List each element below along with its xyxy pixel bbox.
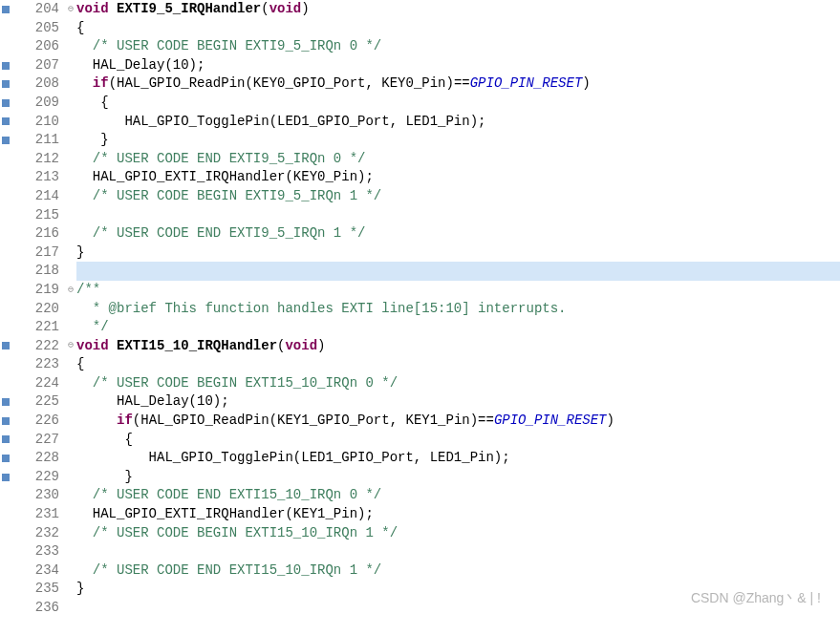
- change-marker: [0, 168, 17, 187]
- fold-toggle: [65, 524, 76, 543]
- line-number: 230: [17, 486, 59, 505]
- code-line[interactable]: * @brief This function handles EXTI line…: [76, 300, 840, 319]
- line-number: 207: [17, 56, 59, 75]
- marker-column: [0, 0, 17, 618]
- fold-toggle[interactable]: ⊖: [65, 337, 76, 356]
- code-line[interactable]: /* USER CODE END EXTI15_10_IRQn 1 */: [76, 561, 840, 581]
- fold-toggle[interactable]: ⊖: [65, 0, 76, 19]
- line-number: 214: [17, 187, 59, 206]
- line-number: 235: [17, 580, 59, 599]
- change-marker: [0, 113, 17, 132]
- code-area[interactable]: void EXTI9_5_IRQHandler(void){ /* USER C…: [76, 0, 840, 618]
- code-line[interactable]: {: [76, 19, 840, 38]
- change-marker: [0, 150, 17, 169]
- fold-toggle: [65, 168, 76, 187]
- code-line[interactable]: void EXTI9_5_IRQHandler(void): [76, 0, 840, 19]
- fold-toggle: [65, 505, 76, 524]
- code-line[interactable]: HAL_GPIO_TogglePin(LED1_GPIO_Port, LED1_…: [76, 113, 840, 132]
- line-number: 233: [17, 542, 59, 561]
- code-line[interactable]: HAL_Delay(10);: [76, 392, 840, 412]
- line-number: 226: [17, 412, 59, 431]
- fold-toggle: [65, 300, 76, 319]
- change-marker: [0, 56, 17, 75]
- fold-toggle: [65, 243, 76, 263]
- code-line[interactable]: /* USER CODE END EXTI9_5_IRQn 1 */: [76, 224, 840, 243]
- line-number: 212: [17, 150, 59, 169]
- fold-toggle: [65, 431, 76, 450]
- code-line[interactable]: }: [76, 131, 840, 150]
- code-line[interactable]: /* USER CODE END EXTI15_10_IRQn 0 */: [76, 486, 840, 505]
- code-line[interactable]: /* USER CODE BEGIN EXTI15_10_IRQn 1 */: [76, 524, 840, 543]
- change-marker: [0, 187, 17, 206]
- line-number: 213: [17, 168, 59, 187]
- fold-toggle: [65, 542, 76, 561]
- line-number: 231: [17, 505, 59, 524]
- code-line[interactable]: [76, 206, 840, 225]
- code-line[interactable]: HAL_Delay(10);: [76, 56, 840, 75]
- change-marker: [0, 468, 17, 487]
- fold-toggle: [65, 599, 76, 618]
- code-line[interactable]: /* USER CODE END EXTI9_5_IRQn 0 */: [76, 150, 840, 169]
- change-marker: [0, 318, 17, 337]
- fold-toggle: [65, 224, 76, 243]
- line-number: 215: [17, 206, 59, 225]
- code-line[interactable]: [76, 542, 840, 561]
- fold-toggle: [65, 449, 76, 468]
- line-number: 206: [17, 37, 59, 56]
- fold-toggle: [65, 318, 76, 337]
- fold-toggle: [65, 355, 76, 374]
- change-marker: [0, 599, 17, 618]
- code-line[interactable]: }: [76, 468, 840, 487]
- change-marker: [0, 355, 17, 374]
- line-number: 225: [17, 392, 59, 412]
- code-line[interactable]: void EXTI15_10_IRQHandler(void): [76, 337, 840, 356]
- fold-toggle: [65, 580, 76, 599]
- change-marker: [0, 561, 17, 581]
- change-marker: [0, 37, 17, 56]
- code-line[interactable]: {: [76, 431, 840, 450]
- code-line[interactable]: /* USER CODE BEGIN EXTI9_5_IRQn 1 */: [76, 187, 840, 206]
- line-number: 204: [17, 0, 59, 19]
- line-number: 229: [17, 468, 59, 487]
- fold-toggle: [65, 94, 76, 113]
- fold-toggle: [65, 56, 76, 75]
- code-line[interactable]: HAL_GPIO_EXTI_IRQHandler(KEY0_Pin);: [76, 168, 840, 187]
- code-line[interactable]: /* USER CODE BEGIN EXTI15_10_IRQn 0 */: [76, 374, 840, 393]
- line-number: 228: [17, 449, 59, 468]
- code-line[interactable]: HAL_GPIO_TogglePin(LED1_GPIO_Port, LED1_…: [76, 449, 840, 468]
- change-marker: [0, 74, 17, 94]
- fold-toggle: [65, 206, 76, 225]
- change-marker: [0, 224, 17, 243]
- line-number: 209: [17, 94, 59, 113]
- code-line[interactable]: {: [76, 94, 840, 113]
- change-marker: [0, 580, 17, 599]
- fold-toggle: [65, 113, 76, 132]
- fold-toggle: [65, 468, 76, 487]
- change-marker: [0, 206, 17, 225]
- code-line[interactable]: if(HAL_GPIO_ReadPin(KEY0_GPIO_Port, KEY0…: [76, 74, 840, 94]
- change-marker: [0, 486, 17, 505]
- code-line[interactable]: [76, 262, 840, 281]
- code-line[interactable]: /**: [76, 281, 840, 300]
- fold-toggle[interactable]: ⊖: [65, 281, 76, 300]
- watermark: CSDN @Zhang丶& | !: [691, 589, 821, 608]
- code-line[interactable]: }: [76, 243, 840, 263]
- fold-toggle: [65, 486, 76, 505]
- code-line[interactable]: HAL_GPIO_EXTI_IRQHandler(KEY1_Pin);: [76, 505, 840, 524]
- line-number: 222: [17, 337, 59, 356]
- code-line[interactable]: */: [76, 318, 840, 337]
- fold-column: ⊖⊖⊖: [65, 0, 76, 618]
- line-number: 219: [17, 281, 59, 300]
- change-marker: [0, 0, 17, 19]
- fold-toggle: [65, 374, 76, 393]
- fold-toggle: [65, 262, 76, 281]
- line-number: 218: [17, 262, 59, 281]
- line-number: 211: [17, 131, 59, 150]
- change-marker: [0, 300, 17, 319]
- code-line[interactable]: if(HAL_GPIO_ReadPin(KEY1_GPIO_Port, KEY1…: [76, 412, 840, 431]
- code-line[interactable]: /* USER CODE BEGIN EXTI9_5_IRQn 0 */: [76, 37, 840, 56]
- code-editor: 2042052062072082092102112122132142152162…: [0, 0, 840, 618]
- line-number: 208: [17, 74, 59, 94]
- code-line[interactable]: {: [76, 355, 840, 374]
- line-number: 205: [17, 19, 59, 38]
